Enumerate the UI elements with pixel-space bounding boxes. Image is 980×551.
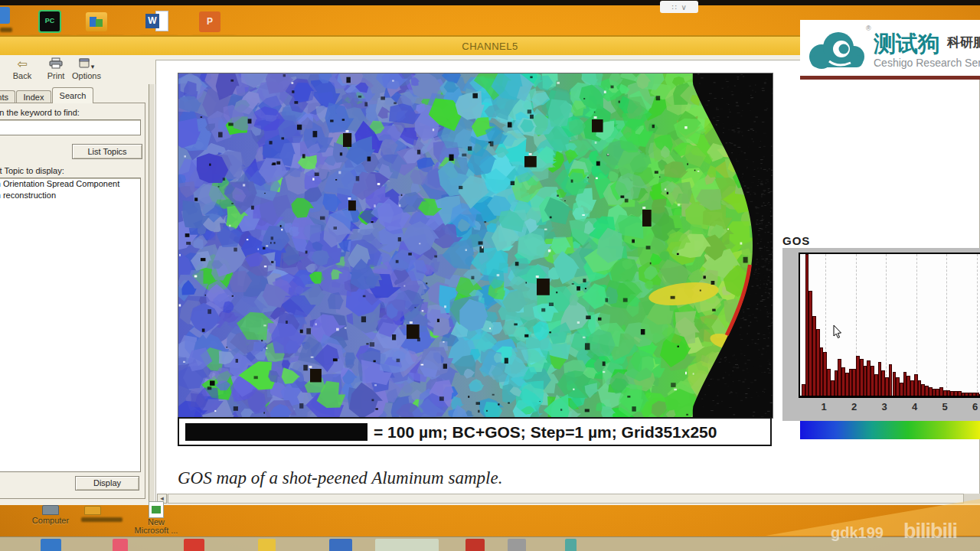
taskbar-app-icon[interactable] — [565, 539, 577, 551]
axis-tick-label: 4 — [906, 401, 923, 412]
registered-mark: ® — [866, 24, 871, 32]
watermark-username: gdk199 — [831, 524, 884, 542]
brand-name-cn: 测试狗 — [874, 29, 940, 60]
back-arrow-icon: ⇦ — [6, 57, 38, 71]
taskbar-app-icon[interactable] — [41, 539, 61, 551]
computer-icon-label: Computer — [23, 516, 78, 525]
taskbar-app-icon[interactable] — [113, 539, 128, 551]
keyword-input[interactable] — [0, 119, 141, 135]
list-topics-button[interactable]: List Topics — [72, 144, 142, 159]
taskbar-app-icon[interactable] — [258, 539, 276, 551]
desktop-icon-label — [0, 28, 12, 32]
taskbar-app-icon[interactable] — [329, 539, 352, 551]
topic-item[interactable]: Grain reconstruction — [0, 190, 140, 201]
document-mark — [152, 506, 161, 514]
chart-title: GOS — [782, 234, 810, 247]
desktop-icon-new-document[interactable] — [149, 501, 164, 518]
options-icon: ▾ — [70, 57, 103, 71]
watermark-bilibili-logo: bilibili — [903, 520, 966, 543]
desktop-icon-partial[interactable] — [0, 7, 10, 24]
desktop-icon-word[interactable]: W — [145, 10, 168, 33]
back-button[interactable]: ⇦ Back — [6, 57, 38, 83]
display-button[interactable]: Display — [75, 476, 139, 491]
axis-tick-label: 6 — [967, 401, 980, 412]
brand-name-en: Ceshigo Research Services — [874, 57, 980, 69]
screen-recorder-widget[interactable]: ∷ ∨ — [660, 1, 698, 13]
brand-tagline-cn: 科研服务 — [947, 34, 980, 51]
brand-logo-box: ® 测试狗 科研服务 Ceshigo Research Services — [800, 20, 980, 76]
taskbar-app-icon[interactable] — [375, 539, 439, 551]
top-edge-strip — [0, 0, 980, 5]
tab-index[interactable]: Index — [16, 90, 51, 103]
topic-label: Select Topic to display: — [0, 166, 64, 175]
desktop: PC W P ∷ ∨ CHANNEL5 ⇦ Back Print ▾ — [0, 0, 980, 551]
pycharm-icon: PC — [38, 10, 61, 33]
word-icon: W — [145, 10, 168, 33]
window-title: CHANNEL5 — [462, 41, 518, 52]
gos-axis-ticks: 123456 — [799, 401, 980, 415]
desktop-icon-powerpoint[interactable]: P — [199, 11, 220, 32]
gos-plot — [799, 253, 980, 398]
scalebar-rect — [185, 423, 368, 441]
collapse-icon[interactable]: ∨ — [681, 3, 687, 11]
ebsd-map-canvas — [178, 73, 773, 419]
axis-tick-label: 2 — [846, 401, 863, 412]
pane-splitter[interactable] — [149, 84, 155, 504]
desktop-icon-computer[interactable] — [42, 505, 59, 515]
taskbar-app-icon[interactable] — [508, 539, 526, 551]
figure-caption: GOS map of a shot-peened Aluminum sample… — [178, 468, 502, 488]
drag-handle-icon[interactable]: ∷ — [671, 3, 676, 11]
tab-contents[interactable]: Contents — [0, 90, 15, 103]
desktop-icon-pycharm[interactable]: PC — [38, 10, 61, 33]
axis-tick-label: 3 — [876, 401, 893, 412]
keyword-label: Type in the keyword to find: — [0, 108, 80, 117]
scroll-thumb[interactable] — [168, 494, 964, 504]
scalebar-text: = 100 µm; BC+GOS; Step=1 µm; Grid351x250 — [374, 423, 717, 442]
divider-line — [800, 76, 980, 80]
topics-list[interactable]: Grain Orientation Spread Component Grain… — [0, 178, 141, 472]
axis-tick-label: 5 — [936, 401, 953, 412]
taskbar-app-icon[interactable] — [184, 539, 204, 551]
scalebar-box: = 100 µm; BC+GOS; Step=1 µm; Grid351x250 — [178, 417, 772, 446]
desktop-icon-folder[interactable] — [86, 12, 107, 31]
desktop-icon-app[interactable] — [84, 506, 101, 515]
gos-colorbar — [800, 421, 980, 439]
horizontal-scrollbar[interactable]: ◂ — [157, 494, 980, 504]
powerpoint-icon: P — [199, 11, 220, 32]
new-doc-label-line2: Microsoft ... — [126, 526, 187, 535]
desktop-icon-label — [81, 517, 122, 522]
tab-search[interactable]: Search — [52, 87, 93, 103]
topic-item[interactable]: Grain Orientation Spread Component — [0, 178, 140, 190]
gos-bars — [800, 254, 980, 396]
print-button[interactable]: Print — [40, 57, 72, 83]
axis-tick-label: 1 — [815, 401, 832, 412]
folder-icon — [86, 12, 107, 31]
mouse-cursor — [833, 324, 844, 340]
dropdown-caret-icon: ▾ — [91, 63, 95, 70]
taskbar-app-icon[interactable] — [466, 539, 485, 551]
printer-icon — [40, 57, 72, 71]
options-button[interactable]: ▾ Options — [70, 57, 103, 83]
cloud-logo-icon — [803, 26, 872, 73]
